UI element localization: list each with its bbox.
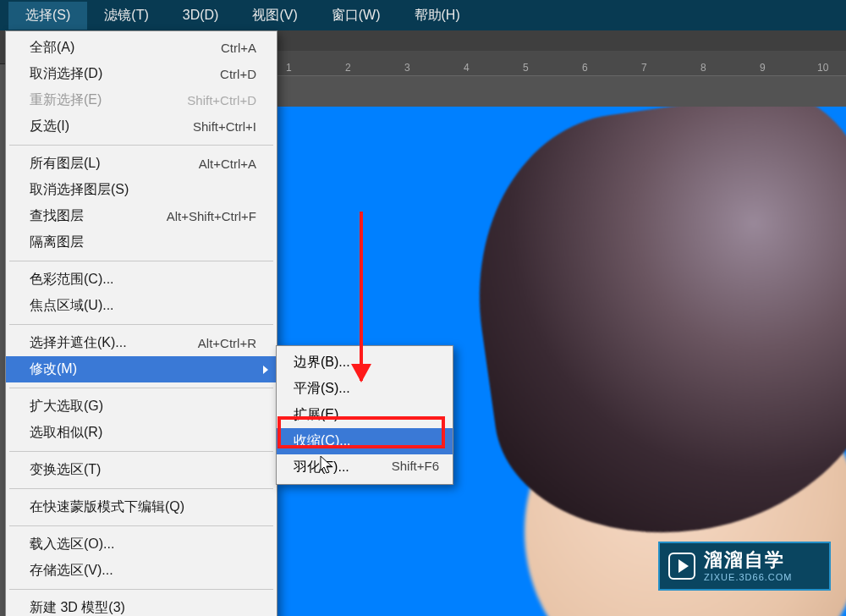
menu-item-grow[interactable]: 扩大选取(G) (6, 393, 277, 420)
ruler-tick: 9 (760, 62, 766, 74)
watermark-url: ZIXUE.3D66.COM (704, 572, 792, 583)
menu-separator (9, 324, 273, 325)
menu-item-quick-mask[interactable]: 在快速蒙版模式下编辑(Q) (6, 494, 277, 520)
menu-item-all-layers[interactable]: 所有图层(L)Alt+Ctrl+A (6, 151, 277, 177)
chevron-right-icon (263, 366, 268, 374)
menu-item-color-range[interactable]: 色彩范围(C)... (6, 267, 277, 293)
menu-item-modify[interactable]: 修改(M) (6, 356, 277, 382)
ruler-tick: 1 (286, 62, 292, 74)
menu-item-deselect[interactable]: 取消选择(D)Ctrl+D (6, 61, 277, 87)
watermark: 溜溜自学 ZIXUE.3D66.COM (658, 542, 831, 591)
ruler-tick: 5 (523, 62, 529, 74)
menu-filter[interactable]: 滤镜(T) (87, 2, 165, 30)
ruler-tick: 3 (404, 62, 410, 74)
menu-item-focus-area[interactable]: 焦点区域(U)... (6, 293, 277, 319)
ruler-tick: 6 (582, 62, 588, 74)
menubar: 选择(S) 滤镜(T) 3D(D) 视图(V) 窗口(W) 帮助(H) (0, 0, 846, 30)
select-menu-dropdown: 全部(A)Ctrl+A 取消选择(D)Ctrl+D 重新选择(E)Shift+C… (5, 30, 277, 616)
ruler-horizontal: 1 2 3 4 5 6 7 8 9 10 11 (277, 51, 846, 76)
menu-separator (9, 261, 273, 261)
ruler-tick: 4 (464, 62, 470, 74)
play-icon (668, 553, 695, 580)
menu-item-transform-selection[interactable]: 变换选区(T) (6, 457, 277, 483)
modify-submenu: 边界(B)... 平滑(S)... 扩展(E)... 收缩(C)... 羽化(F… (276, 345, 453, 485)
menu-3d[interactable]: 3D(D) (166, 3, 236, 28)
menu-item-inverse[interactable]: 反选(I)Shift+Ctrl+I (6, 113, 277, 140)
ruler-tick: 7 (641, 62, 647, 74)
menu-item-save-selection[interactable]: 存储选区(V)... (6, 558, 277, 584)
menu-item-all[interactable]: 全部(A)Ctrl+A (6, 35, 277, 61)
menu-item-load-selection[interactable]: 载入选区(O)... (6, 531, 277, 558)
submenu-item-contract[interactable]: 收缩(C)... (277, 428, 453, 454)
menu-item-find-layers[interactable]: 查找图层Alt+Shift+Ctrl+F (6, 203, 277, 229)
ruler-tick: 8 (700, 62, 706, 74)
menu-item-reselect: 重新选择(E)Shift+Ctrl+D (6, 87, 277, 113)
subject-hair (455, 107, 846, 556)
menu-separator (9, 488, 273, 489)
menu-separator (9, 589, 273, 590)
menu-help[interactable]: 帮助(H) (398, 2, 477, 30)
ruler-tick: 10 (817, 62, 828, 74)
menu-item-select-and-mask[interactable]: 选择并遮住(K)...Alt+Ctrl+R (6, 330, 277, 356)
menu-select[interactable]: 选择(S) (8, 2, 87, 30)
submenu-item-border[interactable]: 边界(B)... (277, 349, 453, 376)
ruler-tick: 2 (345, 62, 351, 74)
menu-item-new-3d-extrusion[interactable]: 新建 3D 模型(3) (6, 595, 277, 616)
submenu-item-feather[interactable]: 羽化(F)...Shift+F6 (277, 454, 453, 481)
menu-item-similar[interactable]: 选取相似(R) (6, 420, 277, 446)
menu-window[interactable]: 窗口(W) (315, 2, 398, 30)
menu-separator (9, 525, 273, 526)
menu-separator (9, 451, 273, 452)
submenu-item-smooth[interactable]: 平滑(S)... (277, 376, 453, 402)
menu-item-deselect-layers[interactable]: 取消选择图层(S) (6, 177, 277, 203)
watermark-title: 溜溜自学 (704, 549, 792, 571)
submenu-item-expand[interactable]: 扩展(E)... (277, 402, 453, 428)
menu-view[interactable]: 视图(V) (235, 2, 314, 30)
menu-item-isolate-layers[interactable]: 隔离图层 (6, 229, 277, 256)
menu-separator (9, 145, 273, 146)
menu-separator (9, 388, 273, 388)
